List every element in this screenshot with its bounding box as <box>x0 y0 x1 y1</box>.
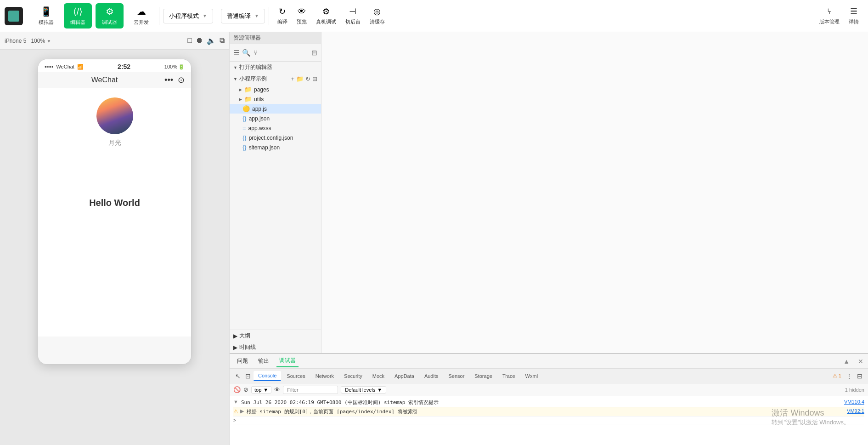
preview-button[interactable]: 👁 预览 <box>292 4 311 28</box>
tab-security[interactable]: Security <box>339 371 367 381</box>
phone-nav-icons: ••• ⊙ <box>164 75 185 85</box>
file-project-config[interactable]: {} project.config.json <box>230 133 321 143</box>
console-warn-source[interactable]: VM92:1 <box>847 408 864 414</box>
console-pause-btn[interactable]: ⊘ <box>243 386 248 393</box>
compile-dropdown-arrow: ▼ <box>254 13 259 18</box>
hello-world-text: Hello World <box>89 198 140 208</box>
simulator-button[interactable]: 📱 模拟器 <box>32 3 60 29</box>
project-header[interactable]: ▼ 小程序示例 + 📁 ↻ ⊟ <box>230 73 321 85</box>
timeline-item[interactable]: ▶ 时间线 <box>230 342 321 353</box>
file-app-json[interactable]: {} app.json <box>230 114 321 123</box>
open-editors-arrow: ▼ <box>233 65 237 70</box>
console-warn-arrow: ▶ <box>240 408 244 414</box>
device-arrow: ▼ <box>46 39 51 44</box>
console-filter-input[interactable] <box>283 386 338 394</box>
hidden-count: 1 hidden <box>845 387 864 393</box>
device-name: iPhone 5 <box>5 38 26 44</box>
new-file-icon[interactable]: + <box>291 75 294 82</box>
outline-item[interactable]: ▶ 大纲 <box>230 330 321 342</box>
compile-button[interactable]: ↻ 编译 <box>273 4 292 28</box>
log-levels-dropdown[interactable]: Default levels ▼ <box>341 386 386 394</box>
debugger-title-debugger[interactable]: 调试器 <box>276 355 299 367</box>
inspect-tool[interactable]: ⊡ <box>243 371 253 381</box>
debugger-button[interactable]: ⚙ 调试器 <box>96 3 124 29</box>
resources-label: 资源管理器 <box>230 32 321 44</box>
backend-button[interactable]: ⊣ 切后台 <box>341 4 365 28</box>
real-device-label: 真机调试 <box>316 18 336 25</box>
folder-pages-icon: 📁 <box>244 86 252 93</box>
compile-dropdown[interactable]: 普通编译 ▼ <box>221 9 265 23</box>
dock-icon[interactable]: ⊟ <box>855 371 864 381</box>
folder-utils-label: utils <box>254 96 264 103</box>
console-log-source[interactable]: VM110:4 <box>844 399 864 405</box>
tab-appdata[interactable]: AppData <box>390 371 419 381</box>
tab-mock[interactable]: Mock <box>368 371 389 381</box>
devtools-tabs-bar: ↖ ⊡ Console Sources Network Security Moc… <box>230 369 868 383</box>
more-options-icon[interactable]: ⋮ <box>844 371 854 381</box>
backend-icon: ⊣ <box>349 6 356 17</box>
details-button[interactable]: ☰ 详情 <box>844 4 863 28</box>
tab-trace[interactable]: Trace <box>498 371 520 381</box>
console-warn-icon: ⚠ <box>233 408 238 415</box>
clear-cache-button[interactable]: ◎ 清缓存 <box>365 4 389 28</box>
cursor-tool[interactable]: ↖ <box>233 371 242 381</box>
folder-pages[interactable]: ▶ 📁 pages <box>230 85 321 94</box>
mode-dropdown[interactable]: 小程序模式 ▼ <box>163 9 213 23</box>
folder-utils[interactable]: ▶ 📁 utils <box>230 94 321 104</box>
phone-status-bar: ••••• WeChat 📶 2:52 100% 🔋 <box>38 59 191 72</box>
debugger-label: 调试器 <box>102 19 117 26</box>
collapse-all-icon[interactable]: ⊟ <box>312 75 317 82</box>
preview-icon: 👁 <box>298 7 306 17</box>
file-app-wxss[interactable]: ≡ app.wxss <box>230 123 321 133</box>
sim-record-icon[interactable]: ⏺ <box>196 36 203 45</box>
tab-audits[interactable]: Audits <box>420 371 443 381</box>
project-actions: + 📁 ↻ ⊟ <box>291 75 317 82</box>
sim-audio-icon[interactable]: 🔈 <box>207 36 216 45</box>
debugger-panel: 问题 输出 调试器 ▲ ✕ ↖ ⊡ Console <box>230 353 868 445</box>
log-levels-arrow: ▼ <box>377 387 382 393</box>
phone-bottom-area <box>38 337 191 364</box>
phone-close-icon[interactable]: ⊙ <box>178 75 185 85</box>
tab-console[interactable]: Console <box>254 371 281 381</box>
folder-utils-arrow: ▶ <box>239 97 242 102</box>
cloud-button[interactable]: ☁ 云开发 <box>127 3 155 29</box>
zoom-level: 100% <box>31 38 45 44</box>
console-context-dropdown[interactable]: top ▼ <box>251 386 271 394</box>
debugger-title-output[interactable]: 输出 <box>255 355 272 367</box>
file-sitemap[interactable]: {} sitemap.json <box>230 143 321 152</box>
device-selector[interactable]: iPhone 5 100% ▼ <box>5 38 51 44</box>
open-editors-header[interactable]: ▼ 打开的编辑器 <box>230 62 321 73</box>
tab-network[interactable]: Network <box>311 371 338 381</box>
real-device-button[interactable]: ⚙ 真机调试 <box>311 4 341 28</box>
tab-wxml[interactable]: Wxml <box>521 371 543 381</box>
editor-button[interactable]: ⟨/⟩ 编辑器 <box>64 3 92 29</box>
console-area: ▼ Sun Jul 26 2020 02:46:19 GMT+0800 (中国标… <box>230 396 868 445</box>
debugger-title-issues[interactable]: 问题 <box>234 355 251 367</box>
tab-sensor[interactable]: Sensor <box>444 371 469 381</box>
file-app-js[interactable]: 🟡 app.js <box>230 104 321 114</box>
project-name: 小程序示例 <box>239 75 267 83</box>
sim-screen-icon[interactable]: □ <box>187 36 192 45</box>
debugger-close-btn[interactable]: ✕ <box>858 358 863 365</box>
file-list-icon[interactable]: ☰ <box>233 49 239 57</box>
compile-btn-label: 编译 <box>277 18 287 25</box>
console-log-text: Sun Jul 26 2020 02:46:19 GMT+0800 (中国标准时… <box>241 399 844 406</box>
console-eye-btn[interactable]: 👁 <box>274 386 280 393</box>
app-logo <box>5 7 23 25</box>
simulator-content: ••••• WeChat 📶 2:52 100% 🔋 WeChat <box>0 50 229 445</box>
sim-copy-icon[interactable]: ⧉ <box>220 36 225 45</box>
file-collapse-icon[interactable]: ⊟ <box>311 49 317 57</box>
version-button[interactable]: ⑂ 版本管理 <box>815 4 844 28</box>
tab-sources[interactable]: Sources <box>282 371 310 381</box>
tab-storage[interactable]: Storage <box>470 371 497 381</box>
sim-toolbar-icons: □ ⏺ 🔈 ⧉ <box>187 36 225 45</box>
console-clear-btn[interactable]: 🚫 <box>233 386 241 393</box>
debugger-minimize-btn[interactable]: ▲ <box>843 358 850 365</box>
cloud-label: 云开发 <box>134 19 149 26</box>
file-search-icon[interactable]: 🔍 <box>242 49 251 57</box>
refresh-icon[interactable]: ↻ <box>305 75 310 82</box>
file-branch-icon[interactable]: ⑂ <box>254 49 258 57</box>
toolbar-separator-2 <box>217 7 217 25</box>
phone-menu-icon[interactable]: ••• <box>164 75 173 85</box>
new-folder-icon[interactable]: 📁 <box>296 75 304 82</box>
